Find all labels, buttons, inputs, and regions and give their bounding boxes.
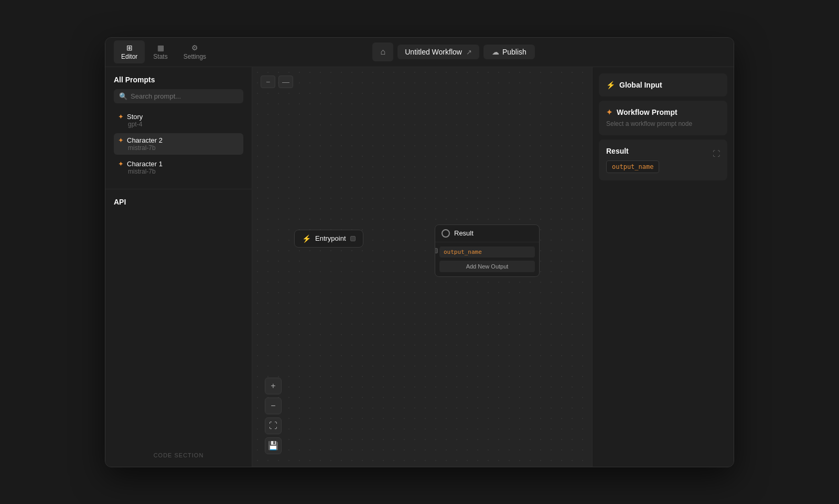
topbar: ⊞ Editor ▦ Stats ⚙ Settings ⌂ Untitled W…	[105, 38, 734, 67]
tab-settings-label: Settings	[184, 53, 206, 60]
story-star-icon: ✦	[118, 113, 124, 121]
prompt-name-character1: ✦ Character 1	[118, 160, 239, 168]
character1-model: mistral-7b	[128, 168, 239, 175]
entrypoint-label: Entrypoint	[315, 234, 346, 242]
prompts-title: All Prompts	[114, 76, 243, 84]
workflow-prompt-card: ✦ Workflow Prompt Select a workflow prom…	[599, 101, 727, 136]
settings-icon: ⚙	[191, 44, 198, 52]
api-title: API	[114, 198, 243, 206]
character2-label: Character 2	[127, 136, 163, 144]
home-icon: ⌂	[380, 47, 385, 57]
result-node-body: output_name Add New Output	[435, 242, 539, 276]
external-link-icon: ↗	[466, 48, 472, 56]
workflow-title-text: Untitled Workflow	[405, 48, 462, 56]
character2-star-icon: ✦	[118, 136, 124, 144]
result-expand-button[interactable]: ⛶	[713, 149, 720, 158]
prompt-item-story[interactable]: ✦ Story gpt-4	[114, 110, 243, 131]
stats-icon: ▦	[157, 44, 164, 52]
topbar-center: ⌂ Untitled Workflow ↗ ☁ Publish	[218, 42, 690, 61]
tab-stats-label: Stats	[153, 53, 167, 60]
workflow-prompt-icon: ✦	[606, 108, 612, 116]
tab-editor-label: Editor	[121, 53, 137, 60]
add-output-button[interactable]: Add New Output	[439, 261, 535, 272]
fit-view-button[interactable]: ⛶	[265, 417, 282, 434]
result-output-tag: output_name	[606, 160, 659, 173]
character2-model: mistral-7b	[128, 144, 239, 152]
entrypoint-icon: ⚡	[302, 234, 311, 243]
result-panel: Result ⛶ output_name	[599, 140, 727, 180]
character1-label: Character 1	[127, 160, 163, 168]
code-section-label: CODE SECTION	[114, 452, 243, 458]
canvas-zoom-in-top[interactable]: —	[278, 76, 293, 88]
global-input-icon: ⚡	[606, 81, 615, 89]
result-left-handle	[435, 248, 438, 253]
tab-group: ⊞ Editor ▦ Stats ⚙ Settings	[114, 40, 213, 63]
canvas-controls-top: − —	[261, 76, 293, 88]
story-label: Story	[127, 113, 143, 121]
global-input-label: Global Input	[619, 81, 662, 89]
result-panel-row: Result ⛶	[606, 147, 720, 160]
zoom-in-button[interactable]: +	[265, 378, 282, 394]
save-button[interactable]: 💾	[265, 437, 282, 454]
workflow-prompt-title: ✦ Workflow Prompt	[606, 108, 720, 116]
tab-settings[interactable]: ⚙ Settings	[176, 40, 213, 63]
tab-stats[interactable]: ▦ Stats	[146, 40, 175, 63]
publish-label: Publish	[502, 48, 526, 56]
publish-icon: ☁	[492, 48, 499, 56]
main-layout: All Prompts 🔍 ✦ Story gpt-4 ✦ Character	[105, 67, 734, 467]
entrypoint-handle	[350, 236, 356, 241]
home-button[interactable]: ⌂	[372, 42, 393, 61]
tab-editor[interactable]: ⊞ Editor	[114, 40, 145, 63]
right-panel: ⚡ Global Input ✦ Workflow Prompt Select …	[592, 67, 734, 467]
prompts-section: All Prompts 🔍 ✦ Story gpt-4 ✦ Character	[105, 67, 252, 189]
workflow-prompt-label: Workflow Prompt	[617, 108, 677, 116]
global-input-title: ⚡ Global Input	[606, 81, 720, 89]
search-box[interactable]: 🔍	[114, 89, 243, 103]
prompt-item-character1[interactable]: ✦ Character 1 mistral-7b	[114, 157, 243, 178]
result-panel-title: Result	[606, 147, 629, 155]
code-section: CODE SECTION	[105, 444, 252, 467]
app-window: ⊞ Editor ▦ Stats ⚙ Settings ⌂ Untitled W…	[105, 37, 734, 467]
canvas-zoom-out-top[interactable]: −	[261, 76, 275, 88]
canvas-controls-bottom: + − ⛶ 💾	[265, 378, 282, 454]
entrypoint-node[interactable]: ⚡ Entrypoint	[294, 230, 363, 248]
canvas[interactable]: − — ⚡ Entrypoint Result output_name Add …	[252, 67, 592, 467]
output-name-tag: output_name	[439, 246, 535, 258]
prompt-item-character2[interactable]: ✦ Character 2 mistral-7b	[114, 133, 243, 155]
prompt-name-character2: ✦ Character 2	[118, 136, 239, 144]
global-input-card: ⚡ Global Input	[599, 73, 727, 96]
api-section: API	[105, 189, 252, 444]
result-node[interactable]: Result output_name Add New Output	[435, 224, 540, 277]
story-model: gpt-4	[128, 121, 239, 128]
result-node-header: Result	[435, 225, 539, 242]
publish-button[interactable]: ☁ Publish	[483, 45, 535, 59]
result-circle-icon	[442, 229, 450, 238]
zoom-out-button[interactable]: −	[265, 398, 282, 414]
editor-icon: ⊞	[126, 44, 133, 52]
search-icon: 🔍	[119, 92, 127, 100]
result-node-title: Result	[454, 229, 474, 237]
workflow-title-button[interactable]: Untitled Workflow ↗	[397, 45, 479, 59]
sidebar: All Prompts 🔍 ✦ Story gpt-4 ✦ Character	[105, 67, 252, 467]
workflow-prompt-subtitle: Select a workflow prompt node	[606, 120, 720, 128]
prompt-name-story: ✦ Story	[118, 113, 239, 121]
search-input[interactable]	[131, 92, 238, 100]
character1-star-icon: ✦	[118, 160, 124, 168]
